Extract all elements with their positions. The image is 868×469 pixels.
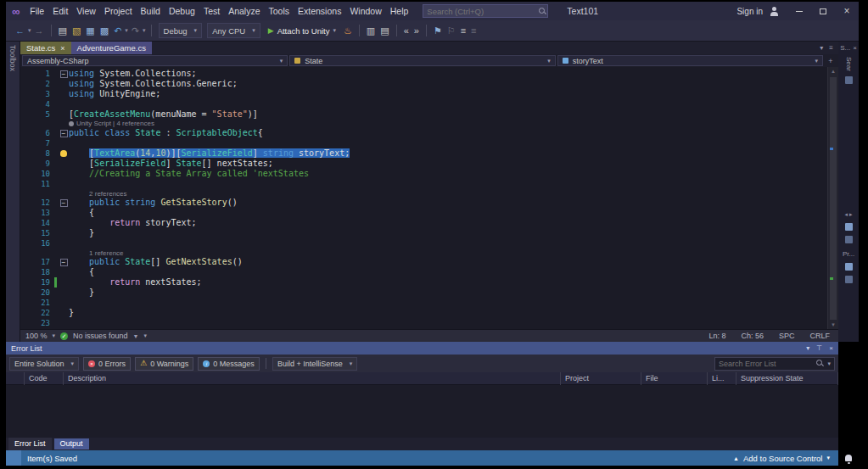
close-button[interactable]: × xyxy=(835,2,859,20)
codelens-row[interactable]: Unity Script | 4 references xyxy=(20,120,827,128)
sign-in-button[interactable]: Sign in xyxy=(733,7,766,16)
chevron-down-icon[interactable]: ▾ xyxy=(53,332,56,339)
code-row[interactable]: 7 xyxy=(20,138,827,148)
code-row[interactable]: 12−public string GetStateStory() xyxy=(20,198,827,208)
editor-vertical-scrollbar[interactable]: ▴ ▾ xyxy=(827,67,838,329)
solution-explorer-collapsed-label[interactable]: S... xyxy=(840,44,850,52)
properties-collapsed-label[interactable]: Pr... xyxy=(843,250,854,258)
eol-indicator[interactable]: CRLF xyxy=(809,332,830,340)
codelens-row[interactable]: 1 reference xyxy=(20,248,827,257)
open-file-icon[interactable]: ▧ xyxy=(70,20,83,42)
code-row[interactable]: 5[CreateAssetMenu(menuName = "State")] xyxy=(20,109,827,120)
menu-extensions[interactable]: Extensions xyxy=(294,2,345,20)
codelens-label[interactable]: Unity Script | 4 references xyxy=(69,120,154,128)
navigate-back-icon[interactable]: ← xyxy=(13,20,27,42)
project-dropdown[interactable]: Assembly-CSharp ▾ xyxy=(22,55,288,66)
undo-icon[interactable]: ↶ xyxy=(111,20,124,42)
code-row[interactable]: 8[TextArea(14,10)][SerializeField] strin… xyxy=(20,148,827,159)
scroll-up-icon[interactable]: ▴ xyxy=(828,68,838,75)
menu-help[interactable]: Help xyxy=(386,2,413,20)
uncomment-icon[interactable]: ▤ xyxy=(378,20,391,42)
window-list-icon[interactable]: ≡ xyxy=(829,44,833,52)
column-header-file[interactable]: File xyxy=(641,372,708,385)
scroll-right-icon[interactable]: ▸ xyxy=(849,211,853,218)
column-header-code[interactable]: Code xyxy=(25,372,64,385)
active-files-dropdown-icon[interactable]: ▾ xyxy=(820,44,823,52)
warnings-filter-button[interactable]: ⚠ 0 Warnings xyxy=(135,357,193,371)
code-row[interactable]: 22} xyxy=(20,308,827,318)
code-row[interactable]: 21 xyxy=(20,298,827,308)
menu-tools[interactable]: Tools xyxy=(265,2,294,20)
code-row[interactable]: 13{ xyxy=(20,208,827,218)
scroll-left-icon[interactable]: ◂ xyxy=(844,211,848,218)
code-row[interactable]: 9[SerializeField] State[] nextStates; xyxy=(20,159,827,169)
column-header-project[interactable]: Project xyxy=(561,372,641,385)
new-file-icon[interactable]: ▤ xyxy=(56,20,70,42)
code-row[interactable]: 14return storyText; xyxy=(20,218,827,228)
menu-edit[interactable]: Edit xyxy=(48,2,72,20)
add-icon[interactable]: + xyxy=(825,55,837,66)
member-dropdown[interactable]: storyText ▾ xyxy=(557,55,823,66)
code-row[interactable]: 15} xyxy=(20,228,827,238)
menu-window[interactable]: Window xyxy=(345,2,385,20)
code-editor[interactable]: 1−using System.Collections;2using System… xyxy=(20,67,838,329)
code-row[interactable]: 17−public State[] GetNextStates() xyxy=(20,257,827,267)
column-header-description[interactable]: Description xyxy=(64,372,561,385)
scrollbar-thumb[interactable] xyxy=(830,77,837,320)
increase-indent-icon[interactable]: » xyxy=(412,20,422,42)
maximize-button[interactable] xyxy=(811,2,835,20)
tab-adventuregame-cs[interactable]: AdventureGame.cs xyxy=(71,42,152,54)
code-row[interactable]: 3using UnityEngine; xyxy=(20,89,827,99)
notification-bell-icon[interactable] xyxy=(845,455,852,461)
quick-actions-lightbulb-icon[interactable] xyxy=(60,150,67,157)
chevron-up-icon[interactable]: ▾ xyxy=(826,455,830,461)
toolbox-tab[interactable]: Toolbox xyxy=(8,45,17,71)
hot-reload-icon[interactable]: ♨ xyxy=(341,20,355,42)
source-filter-dropdown[interactable]: Build + IntelliSense ▾ xyxy=(272,357,357,371)
type-dropdown[interactable]: State ▾ xyxy=(289,55,555,66)
column-header-li-[interactable]: Li... xyxy=(708,372,736,385)
column-header-suppression-state[interactable]: Suppression State xyxy=(736,372,838,385)
code-row[interactable]: 18{ xyxy=(20,267,827,277)
previous-bookmark-icon[interactable]: ⚐ xyxy=(445,20,458,42)
global-search-box[interactable] xyxy=(423,4,548,18)
code-row[interactable]: 1−using System.Collections; xyxy=(20,69,827,79)
chevron-down-icon[interactable]: ▾ xyxy=(827,360,831,367)
code-row[interactable]: 11 xyxy=(20,179,827,189)
error-list-search-box[interactable]: ▾ xyxy=(714,357,835,371)
code-row[interactable]: 2using System.Collections.Generic; xyxy=(20,79,827,89)
properties-icon[interactable] xyxy=(845,263,853,271)
close-icon[interactable]: × xyxy=(60,44,64,53)
collapsed-panel-icon[interactable] xyxy=(845,76,853,84)
code-row[interactable]: 6−public class State : ScriptableObject{ xyxy=(20,128,827,138)
decrease-indent-icon[interactable]: « xyxy=(401,20,412,42)
user-account-icon[interactable] xyxy=(770,7,779,16)
close-icon[interactable]: × xyxy=(853,44,857,52)
collapsed-panel-icon[interactable] xyxy=(845,276,853,283)
fold-collapse-icon[interactable]: − xyxy=(60,199,68,207)
search-input[interactable] xyxy=(427,7,539,16)
errors-filter-button[interactable]: × 0 Errors xyxy=(83,357,131,371)
menu-build[interactable]: Build xyxy=(137,2,165,20)
chevron-down-icon[interactable]: ▾ xyxy=(144,332,148,339)
save-icon[interactable]: ▦ xyxy=(83,20,97,42)
error-list-search-input[interactable] xyxy=(719,360,813,368)
save-all-icon[interactable]: ▩ xyxy=(98,20,111,42)
code-row[interactable]: 4 xyxy=(20,99,827,109)
window-position-icon[interactable]: ▾ xyxy=(806,344,809,352)
fold-collapse-icon[interactable]: − xyxy=(60,70,68,78)
pin-icon[interactable]: ⊤ xyxy=(816,344,822,352)
team-explorer-icon[interactable] xyxy=(845,236,853,243)
tab-error-list[interactable]: Error List xyxy=(8,438,52,450)
fold-collapse-icon[interactable]: − xyxy=(60,130,68,137)
redo-dropdown-icon[interactable]: ▾ xyxy=(142,27,147,34)
codelens-row[interactable]: 2 references xyxy=(20,189,827,198)
menu-file[interactable]: File xyxy=(25,2,48,20)
close-icon[interactable]: × xyxy=(829,344,833,352)
code-row[interactable]: 23 xyxy=(20,318,827,328)
scroll-down-icon[interactable]: ▾ xyxy=(828,321,838,328)
menu-analyze[interactable]: Analyze xyxy=(224,2,264,20)
redo-icon[interactable]: ↷ xyxy=(129,20,142,42)
zoom-level[interactable]: 100 % xyxy=(25,332,48,340)
spaces-indicator[interactable]: SPC xyxy=(779,332,795,340)
